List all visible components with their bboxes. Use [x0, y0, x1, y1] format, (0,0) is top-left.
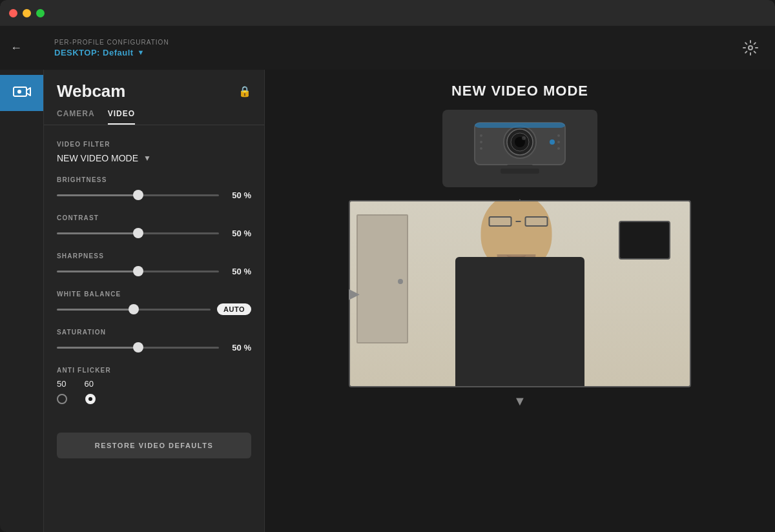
saturation-label: SATURATION	[57, 329, 251, 336]
anti-flicker-group: ANTI FLICKER 50 60	[57, 367, 251, 404]
right-lens	[525, 216, 548, 227]
brightness-group: BRIGHTNESS 50 %	[57, 176, 251, 201]
svg-point-8	[522, 136, 526, 140]
video-filter-dropdown[interactable]: NEW VIDEO MODE ▼	[57, 153, 251, 163]
close-button[interactable]	[9, 9, 17, 17]
contrast-group: CONTRAST 50 %	[57, 214, 251, 240]
tab-video[interactable]: VIDEO	[108, 109, 135, 125]
main-area: NEW VIDEO MODE	[265, 70, 775, 532]
room-door	[356, 214, 408, 343]
sharpness-value: 50 %	[225, 267, 251, 276]
saturation-slider-container	[57, 341, 219, 354]
svg-point-16	[557, 134, 560, 137]
webcam-illustration	[442, 110, 597, 187]
panel-title: Webcam	[57, 81, 125, 101]
camera-feed	[349, 200, 691, 387]
sharpness-label: SHARPNESS	[57, 252, 251, 260]
person-body	[455, 257, 584, 386]
contrast-slider-container	[57, 227, 219, 240]
bridge	[516, 221, 521, 222]
door-knob	[398, 279, 403, 284]
brightness-value: 50 %	[225, 190, 251, 200]
title-bar	[0, 0, 775, 26]
svg-rect-11	[501, 169, 539, 174]
lock-icon: 🔒	[238, 85, 251, 97]
sidebar-icons	[0, 70, 44, 532]
white-balance-slider-row: AUTO	[57, 303, 251, 316]
anti-flicker-radio-row	[57, 394, 251, 404]
white-balance-label: WHITE BALANCE	[57, 291, 251, 298]
saturation-group: SATURATION 50 %	[57, 329, 251, 354]
white-balance-slider[interactable]	[57, 309, 211, 311]
sharpness-slider-row: 50 %	[57, 265, 251, 278]
main-title: NEW VIDEO MODE	[451, 83, 588, 99]
contrast-slider[interactable]	[57, 232, 219, 234]
back-button[interactable]: ←	[10, 26, 22, 70]
video-filter-label: VIDEO FILTER	[57, 141, 251, 148]
anti-flicker-label: ANTI FLICKER	[57, 367, 251, 374]
panel-header: Webcam 🔒	[44, 70, 264, 109]
contrast-slider-row: 50 %	[57, 227, 251, 240]
sharpness-slider-container	[57, 265, 219, 278]
profile-dropdown-arrow: ▼	[138, 48, 145, 56]
header-profile[interactable]: DESKTOP: Default ▼	[54, 48, 169, 57]
svg-point-14	[480, 141, 482, 143]
gear-icon	[743, 40, 758, 56]
white-balance-auto-badge: AUTO	[217, 303, 251, 315]
contrast-label: CONTRAST	[57, 214, 251, 221]
traffic-lights	[9, 9, 45, 17]
svg-rect-10	[507, 165, 533, 169]
webcam-icon	[12, 86, 32, 100]
white-balance-group: WHITE BALANCE AUTO	[57, 291, 251, 316]
left-panel: Webcam 🔒 CAMERA VIDEO VIDEO FILTER NEW V…	[44, 70, 265, 532]
glasses	[489, 216, 548, 227]
webcam-illustration-svg	[455, 116, 584, 181]
sidebar-item-webcam[interactable]	[0, 75, 43, 111]
svg-point-18	[557, 147, 560, 150]
minimize-button[interactable]	[23, 9, 31, 17]
tabs: CAMERA VIDEO	[44, 109, 264, 125]
svg-point-12	[550, 139, 555, 145]
svg-point-13	[480, 134, 482, 137]
header-subtitle: PER-PROFILE CONFIGURATION	[54, 39, 169, 46]
anti-flicker-options: 50 60	[57, 379, 251, 389]
anti-flicker-60-radio[interactable]	[85, 394, 96, 404]
svg-point-0	[749, 46, 752, 50]
saturation-slider[interactable]	[57, 347, 219, 349]
restore-video-defaults-button[interactable]: RESTORE VIDEO DEFAULTS	[57, 433, 251, 458]
brightness-slider-container	[57, 189, 219, 201]
anti-flicker-50-label: 50	[57, 379, 66, 389]
video-filter-value: NEW VIDEO MODE	[57, 153, 138, 163]
person	[455, 257, 584, 386]
brightness-label: BRIGHTNESS	[57, 176, 251, 183]
sharpness-slider[interactable]	[57, 271, 219, 272]
person-eyes	[489, 216, 548, 227]
brightness-slider[interactable]	[57, 194, 219, 196]
brightness-slider-row: 50 %	[57, 189, 251, 201]
saturation-slider-row: 50 %	[57, 341, 251, 354]
sharpness-group: SHARPNESS 50 %	[57, 252, 251, 278]
contrast-value: 50 %	[225, 229, 251, 238]
header-left: PER-PROFILE CONFIGURATION DESKTOP: Defau…	[54, 39, 169, 57]
svg-point-2	[17, 90, 21, 94]
svg-rect-9	[475, 123, 565, 128]
tab-camera[interactable]: CAMERA	[57, 109, 95, 125]
settings-button[interactable]	[739, 36, 762, 59]
nav-arrow-down[interactable]: ▼	[513, 394, 526, 409]
app-body: Webcam 🔒 CAMERA VIDEO VIDEO FILTER NEW V…	[0, 26, 775, 532]
video-filter-group: VIDEO FILTER NEW VIDEO MODE ▼	[57, 141, 251, 163]
svg-point-15	[480, 147, 482, 150]
dropdown-arrow-icon: ▼	[143, 154, 151, 163]
anti-flicker-50-radio[interactable]	[57, 394, 67, 404]
camera-feed-container: ◀	[349, 200, 691, 387]
left-lens	[489, 216, 512, 227]
header: PER-PROFILE CONFIGURATION DESKTOP: Defau…	[44, 26, 775, 70]
maximize-button[interactable]	[36, 9, 45, 17]
white-balance-slider-container	[57, 303, 211, 316]
saturation-value: 50 %	[225, 343, 251, 353]
profile-label: DESKTOP: Default	[54, 48, 134, 57]
nav-arrow-right[interactable]: ▶	[349, 285, 360, 302]
background-monitor	[619, 221, 670, 260]
controls-section: VIDEO FILTER NEW VIDEO MODE ▼ BRIGHTNESS…	[44, 136, 264, 422]
svg-point-17	[557, 141, 560, 143]
